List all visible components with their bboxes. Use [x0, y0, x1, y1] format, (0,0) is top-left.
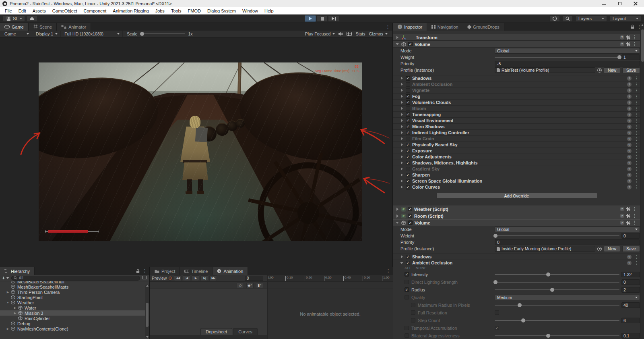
- override-row[interactable]: Screen Space Global Illumination: [393, 178, 640, 184]
- weight-slider-knob[interactable]: [617, 55, 621, 59]
- add-override-button[interactable]: Add Override: [436, 193, 597, 199]
- scale-slider[interactable]: [140, 33, 185, 34]
- hierarchy-scrollbar[interactable]: [145, 285, 149, 338]
- play-animation-button[interactable]: ▶: [192, 275, 199, 281]
- ambient-occlusion-override-row[interactable]: Ambient Occlusion: [393, 260, 640, 266]
- game-panel-menu-icon[interactable]: [386, 25, 390, 29]
- game-target-dropdown[interactable]: Game: [2, 31, 32, 37]
- override-row[interactable]: Shadows: [393, 75, 640, 81]
- add-keyframe-plus-icon[interactable]: ◆⁺: [246, 283, 254, 288]
- param-checkbox[interactable]: [405, 272, 409, 277]
- resolution-dropdown[interactable]: Full HD (1920x1080): [62, 31, 123, 37]
- override-checkbox[interactable]: [406, 76, 410, 81]
- undo-history-button[interactable]: [549, 15, 560, 22]
- foldout-icon[interactable]: [400, 131, 404, 134]
- hierarchy-item[interactable]: RainCylinder: [0, 316, 149, 321]
- override-checkbox[interactable]: [406, 161, 410, 165]
- override-menu-icon[interactable]: [634, 100, 639, 105]
- foldout-icon[interactable]: [400, 125, 404, 128]
- add-event-icon[interactable]: ▮⁺: [256, 283, 263, 288]
- scroll-down-icon[interactable]: [146, 336, 149, 338]
- component-enabled-checkbox[interactable]: [408, 220, 413, 225]
- scroll-up-icon[interactable]: [641, 24, 644, 26]
- help-icon[interactable]: [627, 125, 632, 129]
- weight-slider-knob[interactable]: [493, 234, 497, 238]
- play-button[interactable]: [305, 15, 316, 22]
- scale-slider-knob[interactable]: [140, 32, 144, 36]
- help-icon[interactable]: [627, 185, 632, 189]
- override-row[interactable]: Micro Shadows: [393, 123, 640, 129]
- override-row[interactable]: Vignette: [393, 87, 640, 93]
- help-icon[interactable]: [627, 167, 632, 171]
- create-object-button[interactable]: +: [2, 275, 9, 281]
- slider-knob[interactable]: [546, 272, 550, 277]
- menu-item[interactable]: FMOD: [185, 8, 204, 13]
- component-menu-icon[interactable]: [632, 35, 637, 40]
- tab-project[interactable]: Project: [150, 267, 180, 275]
- override-menu-icon[interactable]: [634, 88, 639, 93]
- menu-item[interactable]: Component: [80, 8, 109, 13]
- override-menu-icon[interactable]: [634, 112, 639, 117]
- bilateral-value[interactable]: 0.1: [621, 333, 640, 339]
- radius-value[interactable]: 2: [621, 287, 640, 293]
- profile-save-button[interactable]: Save: [622, 67, 640, 73]
- help-icon[interactable]: [627, 100, 632, 105]
- stats-toggle[interactable]: Stats: [355, 31, 365, 36]
- profile-new-button[interactable]: New: [604, 246, 620, 252]
- component-enabled-checkbox[interactable]: [408, 42, 413, 46]
- intensity-slider[interactable]: [495, 274, 619, 275]
- direct-lighting-value[interactable]: 0: [621, 279, 640, 285]
- help-icon[interactable]: [627, 255, 632, 259]
- override-row[interactable]: Exposure: [393, 148, 640, 154]
- animation-menu-icon[interactable]: [386, 269, 390, 273]
- override-menu-icon[interactable]: [634, 179, 639, 183]
- previous-key-button[interactable]: |◀: [183, 275, 190, 281]
- priority-field[interactable]: 0: [495, 239, 640, 245]
- override-menu-icon[interactable]: [634, 82, 639, 87]
- volume2-header[interactable]: Volume: [393, 219, 640, 226]
- override-menu-icon[interactable]: [634, 149, 639, 153]
- foldout-icon[interactable]: [400, 89, 404, 92]
- lock-icon[interactable]: [136, 269, 140, 273]
- override-checkbox[interactable]: [406, 179, 410, 183]
- foldout-icon[interactable]: [395, 214, 399, 218]
- override-menu-icon[interactable]: [634, 143, 639, 147]
- help-icon[interactable]: [620, 35, 624, 40]
- override-row[interactable]: Sharpen: [393, 172, 640, 178]
- override-menu-icon[interactable]: [634, 131, 639, 135]
- foldout-icon[interactable]: [400, 83, 404, 86]
- cloud-button[interactable]: [27, 15, 37, 22]
- profile-new-button[interactable]: New: [604, 67, 620, 73]
- override-menu-icon[interactable]: [634, 125, 639, 129]
- tab-navigation[interactable]: Navigation: [427, 23, 463, 31]
- foldout-icon[interactable]: [395, 43, 399, 45]
- step-count-value[interactable]: 6: [621, 318, 640, 323]
- override-menu-icon[interactable]: [634, 94, 639, 99]
- param-checkbox[interactable]: [405, 280, 409, 284]
- weight-value[interactable]: 1: [621, 54, 640, 60]
- gizmos-dropdown[interactable]: Gizmos: [369, 31, 388, 36]
- close-button[interactable]: [634, 2, 638, 6]
- hierarchy-item[interactable]: StartingPoint: [0, 295, 149, 300]
- foldout-icon[interactable]: [400, 255, 404, 258]
- menu-item[interactable]: Help: [261, 8, 277, 13]
- tab-scene[interactable]: Scene: [29, 23, 57, 31]
- component-enabled-checkbox[interactable]: [408, 214, 412, 218]
- help-icon[interactable]: [627, 149, 632, 153]
- override-checkbox[interactable]: [406, 173, 410, 177]
- tab-animation[interactable]: Animation: [213, 267, 248, 275]
- scene-picker-icon[interactable]: [142, 276, 147, 280]
- override-checkbox[interactable]: [406, 167, 410, 171]
- override-row[interactable]: Film Grain: [393, 135, 640, 141]
- menu-item[interactable]: Assets: [29, 8, 49, 13]
- weather-script-header[interactable]: Weather (Script): [393, 206, 640, 212]
- audio-mute-icon[interactable]: [339, 32, 343, 36]
- override-row[interactable]: Fog: [393, 93, 640, 99]
- pause-button[interactable]: [316, 15, 328, 22]
- foldout-icon[interactable]: [400, 143, 404, 146]
- preset-icon[interactable]: [627, 221, 630, 225]
- param-checkbox[interactable]: [405, 326, 409, 330]
- layers-dropdown[interactable]: Layers: [576, 15, 607, 22]
- foldout-icon[interactable]: [395, 36, 399, 39]
- override-checkbox[interactable]: [406, 100, 410, 105]
